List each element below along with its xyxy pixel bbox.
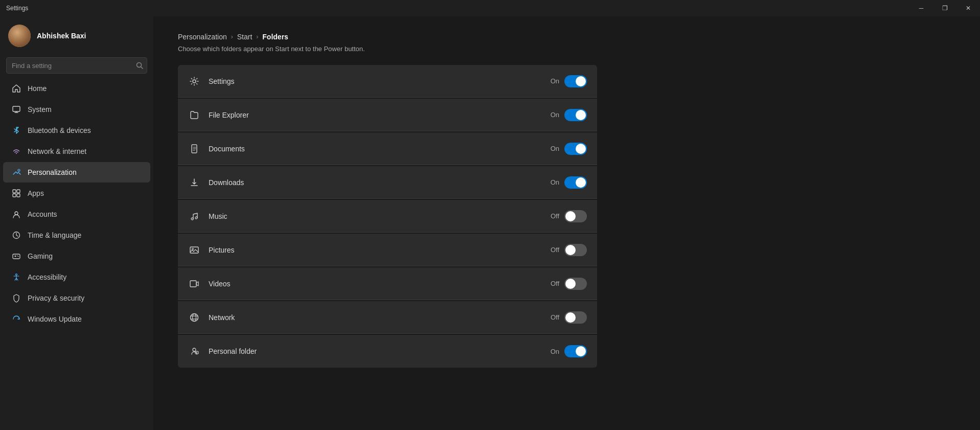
sidebar-item-label: Gaming bbox=[28, 252, 53, 260]
downloads-toggle[interactable] bbox=[564, 176, 587, 189]
nav-list: Home System bbox=[0, 78, 153, 330]
file-explorer-toggle-area: On bbox=[551, 109, 587, 121]
sidebar-item-time[interactable]: Time & language bbox=[3, 225, 150, 245]
documents-toggle-area: On bbox=[551, 143, 587, 155]
sidebar-item-bluetooth[interactable]: Bluetooth & devices bbox=[3, 120, 150, 141]
videos-label: Videos bbox=[209, 280, 542, 288]
home-icon bbox=[11, 83, 21, 94]
titlebar-title: Settings bbox=[6, 5, 28, 12]
sidebar: Abhishek Baxi Home bbox=[0, 16, 153, 430]
breadcrumb-personalization[interactable]: Personalization bbox=[178, 33, 227, 41]
user-name: Abhishek Baxi bbox=[37, 32, 86, 40]
svg-rect-6 bbox=[13, 190, 16, 193]
settings-status: On bbox=[551, 77, 559, 85]
accounts-icon bbox=[11, 209, 21, 219]
file-explorer-label: File Explorer bbox=[209, 111, 542, 119]
content-area: Personalization › Start › Folders Choose… bbox=[153, 16, 980, 430]
documents-toggle[interactable] bbox=[564, 143, 587, 155]
svg-point-10 bbox=[15, 212, 18, 215]
music-toggle-area: Off bbox=[551, 210, 587, 222]
system-icon bbox=[11, 104, 21, 115]
svg-rect-2 bbox=[13, 106, 20, 111]
personal-folder-toggle[interactable] bbox=[564, 345, 587, 357]
apps-icon bbox=[11, 188, 21, 198]
page-subtitle: Choose which folders appear on Start nex… bbox=[178, 45, 955, 53]
videos-icon bbox=[188, 278, 200, 290]
sidebar-item-label: System bbox=[28, 105, 52, 114]
titlebar: Settings ─ ❐ ✕ bbox=[0, 0, 980, 16]
network-icon bbox=[11, 146, 21, 156]
network-toggle[interactable] bbox=[564, 311, 587, 324]
videos-toggle[interactable] bbox=[564, 278, 587, 290]
svg-point-17 bbox=[16, 274, 17, 276]
downloads-status: On bbox=[551, 178, 559, 186]
downloads-icon bbox=[188, 176, 200, 189]
settings-list: Settings On File Explorer On bbox=[178, 65, 597, 368]
sidebar-item-privacy[interactable]: Privacy & security bbox=[3, 288, 150, 308]
setting-row-settings: Settings On bbox=[178, 65, 597, 98]
pictures-label: Pictures bbox=[209, 246, 542, 254]
time-icon bbox=[11, 230, 21, 240]
gaming-icon bbox=[11, 251, 21, 261]
settings-item-icon bbox=[188, 75, 200, 87]
window-controls: ─ ❐ ✕ bbox=[909, 0, 980, 16]
breadcrumb-start[interactable]: Start bbox=[237, 33, 253, 41]
network-toggle-area: Off bbox=[551, 311, 587, 324]
settings-toggle[interactable] bbox=[564, 75, 587, 87]
personalization-icon bbox=[11, 167, 21, 177]
settings-toggle-area: On bbox=[551, 75, 587, 87]
breadcrumb-sep-2: › bbox=[256, 33, 258, 40]
downloads-label: Downloads bbox=[209, 178, 542, 187]
svg-rect-27 bbox=[190, 281, 196, 287]
sidebar-item-network[interactable]: Network & internet bbox=[3, 141, 150, 162]
svg-point-15 bbox=[17, 256, 18, 257]
restore-button[interactable]: ❐ bbox=[933, 0, 956, 16]
avatar bbox=[8, 25, 31, 47]
music-toggle[interactable] bbox=[564, 210, 587, 222]
setting-row-videos: Videos Off bbox=[178, 267, 597, 300]
sidebar-item-windows-update[interactable]: Windows Update bbox=[3, 309, 150, 329]
network-label: Network bbox=[209, 313, 542, 322]
svg-point-32 bbox=[193, 348, 196, 351]
sidebar-item-gaming[interactable]: Gaming bbox=[3, 246, 150, 266]
svg-rect-25 bbox=[190, 247, 198, 253]
sidebar-item-label: Network & internet bbox=[28, 147, 86, 155]
pictures-toggle[interactable] bbox=[564, 244, 587, 256]
setting-row-downloads: Downloads On bbox=[178, 166, 597, 199]
minimize-button[interactable]: ─ bbox=[909, 0, 933, 16]
breadcrumb-sep-1: › bbox=[231, 33, 233, 40]
sidebar-item-apps[interactable]: Apps bbox=[3, 183, 150, 203]
setting-row-personal-folder: Personal folder On bbox=[178, 335, 597, 368]
svg-rect-7 bbox=[17, 190, 20, 193]
accessibility-icon bbox=[11, 272, 21, 282]
settings-item-label: Settings bbox=[209, 77, 542, 85]
music-icon bbox=[188, 210, 200, 222]
sidebar-item-label: Accessibility bbox=[28, 273, 66, 281]
sidebar-item-label: Apps bbox=[28, 189, 44, 197]
sidebar-item-personalization[interactable]: Personalization bbox=[3, 162, 150, 183]
sidebar-item-system[interactable]: System bbox=[3, 99, 150, 120]
downloads-toggle-area: On bbox=[551, 176, 587, 189]
svg-point-28 bbox=[191, 313, 198, 321]
breadcrumb: Personalization › Start › Folders bbox=[178, 33, 955, 41]
close-button[interactable]: ✕ bbox=[956, 0, 980, 16]
svg-line-1 bbox=[141, 67, 143, 69]
update-icon bbox=[11, 314, 21, 324]
search-input[interactable] bbox=[6, 57, 147, 74]
bluetooth-icon bbox=[11, 125, 21, 135]
sidebar-item-accessibility[interactable]: Accessibility bbox=[3, 267, 150, 287]
privacy-icon bbox=[11, 293, 21, 303]
personal-folder-label: Personal folder bbox=[209, 347, 542, 355]
sidebar-item-label: Bluetooth & devices bbox=[28, 126, 91, 134]
network-status: Off bbox=[551, 313, 559, 321]
user-profile: Abhishek Baxi bbox=[0, 16, 153, 55]
app-layout: Abhishek Baxi Home bbox=[0, 16, 980, 430]
svg-rect-9 bbox=[17, 194, 20, 197]
svg-rect-12 bbox=[13, 254, 20, 259]
sidebar-item-accounts[interactable]: Accounts bbox=[3, 204, 150, 224]
sidebar-item-home[interactable]: Home bbox=[3, 78, 150, 99]
file-explorer-toggle[interactable] bbox=[564, 109, 587, 121]
svg-point-16 bbox=[18, 256, 19, 257]
pictures-toggle-area: Off bbox=[551, 244, 587, 256]
personal-folder-toggle-area: On bbox=[551, 345, 587, 357]
